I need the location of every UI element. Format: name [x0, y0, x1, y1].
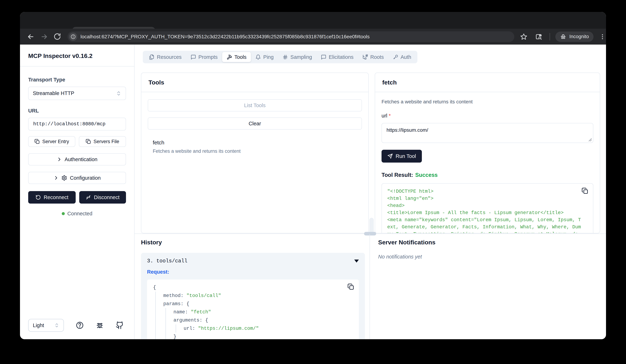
clear-tools-button[interactable]: Clear	[148, 117, 362, 130]
main-area: Resources Prompts Tools	[135, 45, 606, 339]
site-info-icon[interactable]	[69, 33, 77, 41]
tab-ping[interactable]: Ping	[251, 52, 278, 62]
json-close-brace: }	[173, 333, 353, 339]
required-asterisk: *	[389, 113, 391, 119]
chevron-right-icon	[54, 175, 59, 180]
json-row-name: name: "fetch"	[173, 308, 353, 316]
gear-icon	[61, 175, 67, 181]
server-url-input[interactable]: http://localhost:8080/mcp	[28, 118, 126, 131]
tab-auth[interactable]: Auth	[388, 52, 416, 62]
tree-icon	[362, 54, 368, 60]
status-label: Connected	[67, 211, 92, 217]
param-url-input[interactable]: https://lipsum.com/	[382, 123, 593, 143]
tab-label: Prompts	[198, 54, 218, 60]
json-open-brace: {	[153, 283, 353, 292]
reconnect-button[interactable]: Reconnect	[28, 191, 76, 203]
list-tools-button[interactable]: List Tools	[148, 99, 362, 111]
disconnect-button[interactable]: Disconnect	[79, 191, 126, 203]
url-text: localhost:6274/?MCP_PROXY_AUTH_TOKEN=9e7…	[80, 34, 370, 39]
bookmark-star-icon[interactable]	[520, 33, 527, 40]
transport-type-value: Streamable HTTP	[33, 90, 116, 96]
key-icon	[393, 54, 398, 60]
server-entry-label: Server Entry	[42, 139, 69, 144]
status-dot-icon	[62, 212, 65, 215]
tool-list-item-fetch[interactable]: fetch Fetches a website and returns its …	[148, 140, 362, 154]
json-row-arguments: arguments: {	[173, 316, 353, 325]
tool-detail-description: Fetches a website and returns its conten…	[382, 99, 593, 105]
theme-value: Light	[33, 323, 54, 328]
reconnect-label: Reconnect	[44, 195, 69, 200]
rotate-ccw-icon	[36, 195, 41, 200]
collapse-icon[interactable]	[354, 260, 359, 263]
tab-resources[interactable]: Resources	[145, 52, 186, 62]
transport-type-select[interactable]: Streamable HTTP	[28, 87, 126, 100]
bell-icon	[255, 54, 261, 60]
search-tabs-icon[interactable]	[535, 33, 543, 40]
request-label: Request:	[147, 269, 359, 275]
theme-select[interactable]: Light	[28, 319, 64, 332]
hammer-icon	[227, 54, 232, 60]
run-tool-label: Run Tool	[396, 153, 416, 159]
history-entry-header[interactable]: 3. tools/call	[147, 258, 359, 264]
tools-pane-scrollbar[interactable]	[369, 218, 374, 233]
copy-icon	[35, 139, 40, 144]
authentication-label: Authentication	[65, 157, 97, 162]
tab-label: Resources	[157, 54, 182, 60]
hash-icon	[282, 54, 288, 60]
unlink-icon	[86, 195, 91, 200]
reload-icon[interactable]	[54, 33, 61, 41]
server-entry-button[interactable]: Server Entry	[28, 136, 75, 147]
copy-request-icon[interactable]	[348, 283, 354, 290]
tab-prompts[interactable]: Prompts	[186, 52, 222, 62]
servers-file-label: Servers File	[93, 139, 119, 144]
transport-type-label: Transport Type	[28, 77, 126, 83]
tab-label: Roots	[370, 54, 384, 60]
server-notifications-title: Server Notifications	[378, 239, 435, 246]
bug-icon[interactable]	[96, 321, 104, 330]
tab-label: Auth	[401, 54, 411, 60]
tab-label: Ping	[263, 54, 274, 60]
tab-label: Sampling	[290, 54, 312, 60]
configuration-toggle[interactable]: Configuration	[28, 172, 126, 184]
list-tools-label: List Tools	[244, 102, 266, 108]
server-url-value: http://localhost:8080/mcp	[33, 121, 106, 127]
no-notifications-message: No notifications yet	[378, 254, 422, 260]
forward-icon[interactable]	[40, 33, 48, 41]
tab-elicitations[interactable]: Elicitations	[316, 52, 358, 62]
incognito-badge: Incognito	[555, 32, 593, 42]
authentication-toggle[interactable]: Authentication	[28, 153, 126, 165]
param-url-value: https://lipsum.com/	[387, 127, 428, 133]
tool-name: fetch	[153, 140, 357, 146]
copy-result-icon[interactable]	[582, 188, 588, 194]
server-notifications-pane: Server Notifications No notifications ye…	[370, 234, 606, 339]
request-json-block[interactable]: { method: "tools/call" params: { name: "…	[147, 279, 359, 339]
tab-label: Tools	[235, 54, 247, 60]
chevron-right-icon	[57, 157, 62, 162]
help-icon[interactable]	[76, 321, 84, 330]
message-square-icon	[191, 54, 196, 60]
tool-description: Fetches a website and returns its conten…	[153, 148, 357, 154]
send-icon	[388, 154, 393, 159]
browser-menu-icon[interactable]	[599, 33, 606, 40]
run-tool-button[interactable]: Run Tool	[382, 150, 422, 163]
chevrons-up-down-icon	[116, 91, 121, 96]
section-tabs: Resources Prompts Tools	[143, 51, 417, 63]
browser-window: MCP Inspector	[20, 12, 606, 339]
tab-sampling[interactable]: Sampling	[278, 52, 316, 62]
tab-tools[interactable]: Tools	[222, 52, 251, 62]
url-bar[interactable]: localhost:6274/?MCP_PROXY_AUTH_TOKEN=9e7…	[68, 31, 514, 42]
history-pane: History 3. tools/call Request: {	[135, 234, 370, 339]
clear-label: Clear	[249, 121, 261, 127]
github-icon[interactable]	[116, 321, 124, 330]
tool-detail-title: fetch	[375, 73, 600, 92]
back-icon[interactable]	[27, 33, 35, 41]
resize-handle-icon[interactable]	[587, 137, 592, 141]
tool-result-output[interactable]: "<!DOCTYPE html> <html lang="en"> <head>…	[382, 183, 593, 233]
tab-roots[interactable]: Roots	[358, 52, 388, 62]
chevrons-up-down-icon	[54, 323, 59, 328]
disconnect-label: Disconnect	[94, 195, 119, 200]
history-title: History	[141, 239, 162, 246]
incognito-icon	[560, 33, 566, 40]
servers-file-button[interactable]: Servers File	[79, 136, 126, 147]
app-content: MCP Inspector v0.16.2 Transport Type Str…	[20, 45, 606, 339]
